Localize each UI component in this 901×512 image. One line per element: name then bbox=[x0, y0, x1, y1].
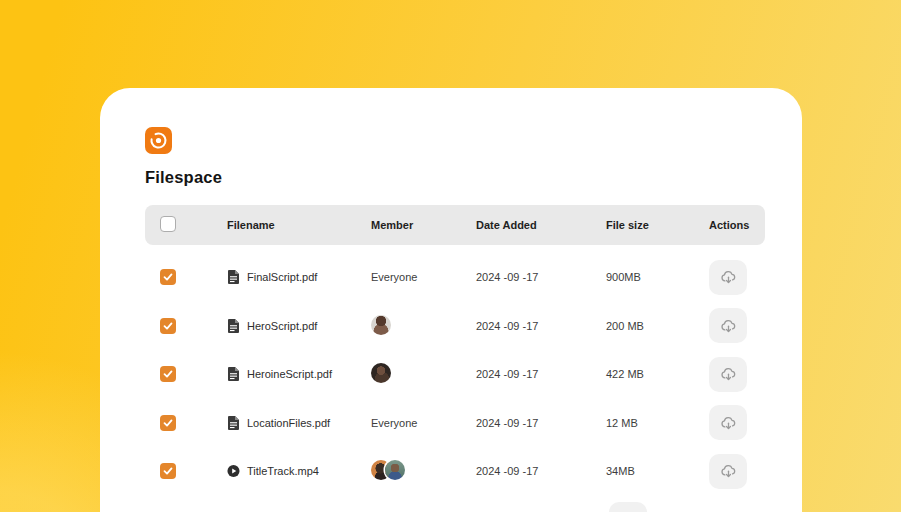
actions-cell bbox=[690, 357, 765, 392]
date-added-cell: 2024 -09 -17 bbox=[460, 271, 590, 283]
file-size-cell: 34MB bbox=[590, 465, 690, 477]
download-button[interactable] bbox=[709, 357, 747, 392]
member-label: Everyone bbox=[371, 417, 417, 429]
row-checkbox-cell bbox=[145, 366, 207, 382]
cloud-download-icon bbox=[719, 462, 738, 480]
pdf-file-icon bbox=[227, 270, 240, 284]
table-body: FinalScript.pdf Everyone 2024 -09 -17 90… bbox=[145, 245, 765, 512]
row-checkbox-cell bbox=[145, 318, 207, 334]
check-icon bbox=[163, 418, 173, 428]
member-avatars bbox=[371, 460, 405, 480]
actions-cell bbox=[690, 405, 765, 440]
cloud-download-icon bbox=[719, 414, 738, 432]
check-icon bbox=[163, 369, 173, 379]
row-checkbox-cell bbox=[145, 415, 207, 431]
filespace-card: Filespace Filename Member Date Added Fil… bbox=[100, 88, 802, 512]
pdf-file-icon bbox=[227, 416, 240, 430]
header-actions: Actions bbox=[690, 219, 765, 231]
download-button[interactable] bbox=[709, 405, 747, 440]
cloud-download-icon bbox=[719, 317, 738, 335]
select-all-checkbox[interactable] bbox=[160, 216, 176, 232]
file-size-cell: 900MB bbox=[590, 271, 690, 283]
file-size-cell: 12 MB bbox=[590, 417, 690, 429]
download-button[interactable] bbox=[609, 502, 647, 512]
header-date-added: Date Added bbox=[460, 219, 590, 231]
filespace-logo bbox=[145, 127, 172, 154]
row-checkbox-cell bbox=[145, 463, 207, 479]
date-added-cell: 2024 -09 -17 bbox=[460, 368, 590, 380]
actions-cell bbox=[690, 454, 765, 489]
filename-cell[interactable]: LocationFiles.pdf bbox=[207, 416, 355, 430]
header-file-size: File size bbox=[590, 219, 690, 231]
table-row: TitleTrack.mp4 2024 -09 -17 34MB bbox=[145, 447, 765, 496]
actions-cell bbox=[690, 260, 765, 295]
actions-cell bbox=[690, 308, 765, 343]
member-cell bbox=[355, 460, 460, 482]
date-added-cell: 2024 -09 -17 bbox=[460, 320, 590, 332]
filename-cell[interactable]: TitleTrack.mp4 bbox=[207, 464, 355, 478]
header-member: Member bbox=[355, 219, 460, 231]
date-added-cell: 2024 -09 -17 bbox=[460, 417, 590, 429]
row-checkbox[interactable] bbox=[160, 366, 176, 382]
filename-label: FinalScript.pdf bbox=[247, 271, 317, 283]
filename-label: HeroineScript.pdf bbox=[247, 368, 332, 380]
page-title: Filespace bbox=[145, 168, 765, 187]
filename-cell[interactable]: HeroineScript.pdf bbox=[207, 367, 355, 381]
check-icon bbox=[163, 272, 173, 282]
table-row: HeroineScript.pdf 2024 -09 -17 422 MB bbox=[145, 350, 765, 399]
cloud-download-icon bbox=[719, 268, 738, 286]
file-size-cell: 422 MB bbox=[590, 368, 690, 380]
cloud-download-icon bbox=[719, 365, 738, 383]
member-avatar bbox=[371, 363, 391, 383]
filename-label: TitleTrack.mp4 bbox=[247, 465, 319, 477]
pdf-file-icon bbox=[227, 319, 240, 333]
download-button[interactable] bbox=[709, 454, 747, 489]
download-button[interactable] bbox=[709, 308, 747, 343]
page-background: { "app": { "title": "Filespace", "logo":… bbox=[0, 0, 901, 512]
header-filename: Filename bbox=[207, 219, 355, 231]
check-icon bbox=[163, 321, 173, 331]
member-cell: Everyone bbox=[355, 417, 460, 429]
pdf-file-icon bbox=[227, 367, 240, 381]
header-checkbox-cell bbox=[145, 216, 207, 234]
check-icon bbox=[163, 466, 173, 476]
row-checkbox[interactable] bbox=[160, 318, 176, 334]
filename-label: LocationFiles.pdf bbox=[247, 417, 330, 429]
target-record-icon bbox=[145, 127, 172, 154]
member-cell: Everyone bbox=[355, 271, 460, 283]
table-row: FinalScript.pdf Everyone 2024 -09 -17 90… bbox=[145, 253, 765, 302]
filename-label: HeroScript.pdf bbox=[247, 320, 317, 332]
video-play-icon bbox=[227, 464, 240, 478]
date-added-cell: 2024 -09 -17 bbox=[460, 465, 590, 477]
member-cell bbox=[355, 363, 460, 385]
table-row bbox=[145, 496, 765, 512]
member-avatars bbox=[371, 363, 391, 383]
member-label: Everyone bbox=[371, 271, 417, 283]
row-checkbox[interactable] bbox=[160, 415, 176, 431]
actions-cell bbox=[590, 502, 690, 512]
table-header-row: Filename Member Date Added File size Act… bbox=[145, 205, 765, 245]
filename-cell[interactable]: HeroScript.pdf bbox=[207, 319, 355, 333]
file-size-cell: 200 MB bbox=[590, 320, 690, 332]
table-row: LocationFiles.pdf Everyone 2024 -09 -17 … bbox=[145, 399, 765, 448]
member-avatars bbox=[371, 315, 391, 335]
file-table: Filename Member Date Added File size Act… bbox=[145, 205, 765, 512]
table-row: HeroScript.pdf 2024 -09 -17 200 MB bbox=[145, 302, 765, 351]
row-checkbox-cell bbox=[145, 269, 207, 285]
member-avatar bbox=[371, 315, 391, 335]
row-checkbox[interactable] bbox=[160, 269, 176, 285]
row-checkbox[interactable] bbox=[160, 463, 176, 479]
member-cell bbox=[355, 315, 460, 337]
member-avatar bbox=[385, 460, 405, 480]
filename-cell[interactable]: FinalScript.pdf bbox=[207, 270, 355, 284]
download-button[interactable] bbox=[709, 260, 747, 295]
